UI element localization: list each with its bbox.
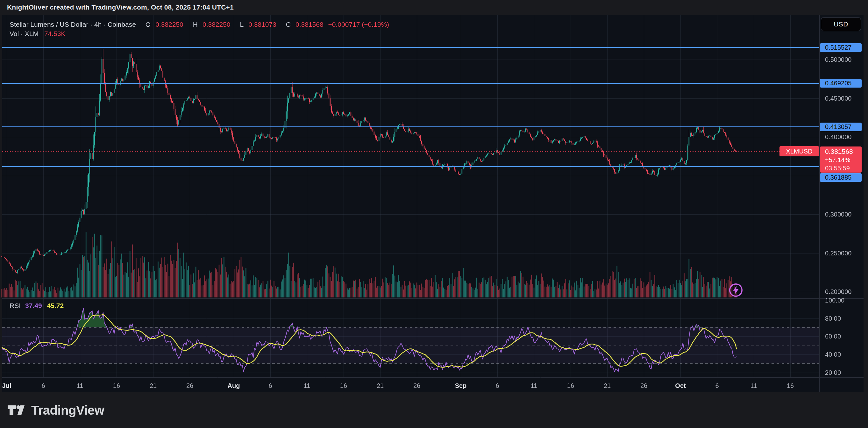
price-tick: 0.200000 (825, 288, 851, 296)
ohlc-item: L0.381073 (235, 21, 276, 28)
change-value: −0.000717 (−0.19%) (328, 21, 389, 28)
time-tick: 16 (113, 382, 120, 390)
rsi-legend: RSI37.4945.72 (9, 302, 64, 309)
rsi-tick: 40.00 (825, 351, 841, 358)
price-tick: 0.250000 (825, 250, 851, 257)
ohlc-item: C0.381568 (281, 21, 323, 28)
time-tick: 11 (77, 382, 84, 390)
last-price-change: +57.14% (825, 156, 862, 164)
time-tick-month: Sep (455, 382, 467, 390)
time-tick-month: Aug (228, 382, 240, 390)
rsi-title: RSI (9, 302, 21, 309)
rsi-value: 37.49 (25, 302, 42, 309)
legend-row-main: Stellar Lumens / US Dollar · 4h · Coinba… (9, 20, 389, 29)
legend-row-volume: Vol · XLM 74.53K (9, 29, 389, 38)
tradingview-logo-text[interactable]: TradingView (31, 403, 104, 418)
time-tick: 26 (640, 382, 647, 390)
level-price-label: 0.515527 (820, 43, 862, 52)
time-tick: 16 (787, 382, 794, 390)
symbol-title: Stellar Lumens / US Dollar · 4h · Coinba… (9, 21, 136, 28)
time-tick: 11 (531, 382, 537, 390)
rsi-tick: 20.00 (825, 369, 841, 376)
price-tick: 0.400000 (825, 133, 851, 141)
level-price-label: 0.413057 (820, 123, 862, 131)
ohlc-item: H0.382250 (188, 21, 230, 28)
time-axis[interactable] (0, 377, 864, 392)
attribution-bar: KnightOliver created with TradingView.co… (0, 0, 868, 14)
rsi-tick: 100.00 (825, 297, 844, 304)
time-tick: 16 (340, 382, 347, 390)
rsi-ma-value: 45.72 (47, 302, 64, 309)
volume-value: 74.53K (44, 30, 66, 37)
price-tick: 0.450000 (825, 95, 851, 102)
rsi-tick: 80.00 (825, 315, 841, 322)
time-tick-month: Jul (2, 382, 11, 390)
time-tick: 6 (41, 382, 45, 390)
time-tick: 26 (413, 382, 420, 390)
level-price-label: 0.469205 (820, 79, 862, 88)
page: { "app": { "attribution": "KnightOliver … (0, 0, 868, 428)
last-price-label: 0.381568 +57.14% 03:55:59 (820, 147, 862, 173)
symbol-legend: Stellar Lumens / US Dollar · 4h · Coinba… (9, 20, 389, 38)
symbol-price-tag: XLMUSD (779, 146, 819, 156)
flash-icon[interactable] (728, 283, 743, 298)
price-tick: 0.300000 (825, 211, 851, 218)
time-tick: 6 (715, 382, 719, 390)
footer: TradingView (0, 392, 868, 428)
currency-button[interactable]: USD (821, 17, 861, 31)
time-tick: 26 (186, 382, 193, 390)
rsi-tick: 60.00 (825, 333, 841, 340)
last-price: 0.381568 (825, 147, 862, 156)
time-tick: 21 (150, 382, 157, 390)
time-tick: 16 (567, 382, 574, 390)
attribution-text: KnightOliver created with TradingView.co… (7, 3, 234, 11)
tradingview-logo-icon[interactable] (8, 404, 26, 417)
ohlc-values: O0.382250H0.382250L0.381073C0.381568 (136, 21, 323, 28)
bar-countdown: 03:55:59 (825, 164, 862, 172)
time-tick: 21 (604, 382, 611, 390)
time-tick: 11 (750, 382, 757, 390)
level-price-label: 0.361885 (820, 173, 862, 182)
time-tick: 6 (495, 382, 499, 390)
volume-label: Vol · XLM (9, 30, 38, 37)
time-tick: 21 (377, 382, 384, 390)
time-tick-month: Oct (675, 382, 686, 390)
time-tick: 11 (304, 382, 310, 390)
ohlc-item: O0.382250 (141, 21, 183, 28)
price-tick: 0.500000 (825, 56, 851, 63)
time-tick: 6 (269, 382, 272, 390)
chart-canvas[interactable] (0, 0, 868, 428)
